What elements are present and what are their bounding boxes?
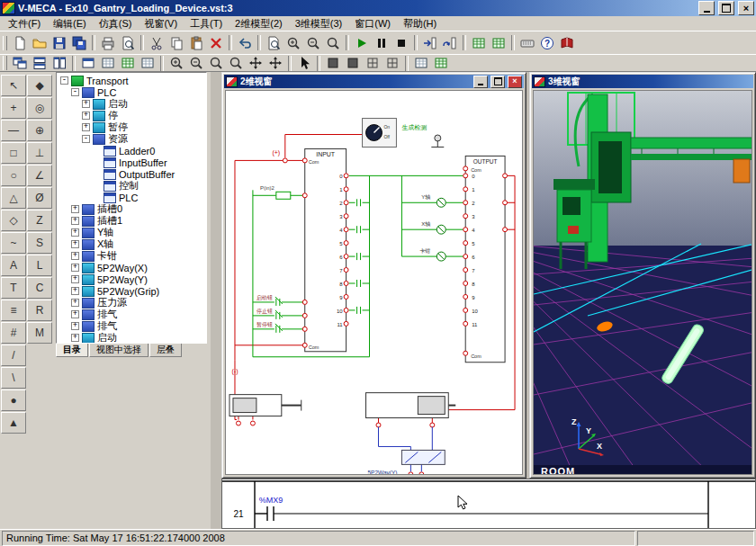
sheet-2-button[interactable] xyxy=(431,54,451,73)
stop-button[interactable] xyxy=(392,33,411,52)
expander-icon[interactable]: + xyxy=(71,264,79,272)
step-over-button[interactable] xyxy=(440,33,460,52)
menu-edit[interactable]: 编辑(E) xyxy=(47,16,93,31)
tool-solid[interactable]: ▲ xyxy=(1,412,26,434)
tree-item-inputbuffer[interactable]: InputBuffer xyxy=(57,157,206,168)
window-2d-view[interactable]: 2维视窗 × xyxy=(221,72,526,479)
tree-item-slot0[interactable]: + 插槽0 xyxy=(57,203,206,215)
tree-item-plc[interactable]: - PLC xyxy=(57,86,206,98)
paste-button[interactable] xyxy=(186,33,206,52)
tool-angle[interactable]: ∠ xyxy=(27,165,52,186)
io-grid-button[interactable] xyxy=(489,33,508,52)
tree-item-plc-leaf[interactable]: PLC xyxy=(57,192,206,203)
tool-perpendicular[interactable]: ⊥ xyxy=(27,142,52,164)
print-preview-button[interactable] xyxy=(118,33,138,52)
tool-spline[interactable]: S xyxy=(27,232,52,254)
expander-icon[interactable]: - xyxy=(60,76,68,85)
help-button[interactable] xyxy=(537,33,557,52)
tree-item-exhaust-2[interactable]: + 排气 xyxy=(57,320,206,332)
save-all-button[interactable] xyxy=(69,33,89,52)
save-button[interactable] xyxy=(50,33,69,52)
tool-ellipse[interactable]: ○ xyxy=(1,165,26,186)
tool-list[interactable]: ≡ xyxy=(1,300,26,321)
tool-target[interactable]: ◎ xyxy=(27,97,52,119)
window-2d-restore-button[interactable] xyxy=(490,76,505,88)
tree-item-5p2way-y[interactable]: + 5P2Way(Y) xyxy=(57,273,206,285)
copy-button[interactable] xyxy=(166,33,186,52)
expander-icon[interactable]: + xyxy=(71,217,79,225)
view-shaded-button[interactable] xyxy=(343,54,363,73)
step-into-button[interactable] xyxy=(420,33,440,52)
view-wireframe-button[interactable] xyxy=(363,54,382,73)
tab-catalog[interactable]: 目录 xyxy=(56,344,88,357)
zoom-out-button[interactable] xyxy=(303,33,323,52)
window-2d-titlebar[interactable]: 2维视窗 × xyxy=(224,75,524,88)
window-3d-view[interactable]: 3维视窗 xyxy=(529,72,756,479)
tab-select-in-view[interactable]: 视图中选择 xyxy=(89,344,148,357)
pause-button[interactable] xyxy=(372,33,392,52)
viewport-3d[interactable]: Z Y X ROOM xyxy=(534,91,752,475)
maximize-button[interactable] xyxy=(718,1,734,15)
window-2d-minimize-button[interactable] xyxy=(473,76,488,88)
view-solid-button[interactable] xyxy=(323,54,343,73)
tree-item-start-2[interactable]: + 启动 xyxy=(57,332,206,344)
tool-measure[interactable]: M xyxy=(27,322,52,344)
tool-triangle[interactable]: △ xyxy=(1,187,26,209)
expander-icon[interactable]: + xyxy=(71,205,79,213)
tool-hatch[interactable]: # xyxy=(1,322,26,344)
zoom-fit-button[interactable] xyxy=(323,33,343,52)
window-3d-titlebar[interactable]: 3维视窗 xyxy=(532,75,753,88)
grid-view-2-button[interactable] xyxy=(98,54,118,73)
menu-3d-model[interactable]: 3维模型(3) xyxy=(289,16,349,31)
tool-label[interactable]: T xyxy=(1,277,26,299)
grid-view-3-button[interactable] xyxy=(118,54,138,73)
undo-button[interactable] xyxy=(235,33,255,52)
zoom-page-button[interactable] xyxy=(264,33,284,52)
manual-button[interactable] xyxy=(557,33,577,52)
close-button[interactable]: × xyxy=(738,1,754,15)
tree-item-start[interactable]: + 启动 xyxy=(57,98,206,110)
select-pointer-button[interactable] xyxy=(294,54,314,73)
zoom-in-button-2[interactable] xyxy=(166,54,186,73)
tree-item-resources[interactable]: - 资源 xyxy=(57,133,206,145)
tool-add[interactable]: + xyxy=(1,97,26,119)
zoom-window-button[interactable] xyxy=(206,54,226,73)
tree-item-x-axis[interactable]: + X轴 xyxy=(57,238,206,250)
grid-view-1-button[interactable] xyxy=(78,54,98,73)
delete-button[interactable] xyxy=(206,33,226,52)
tool-diamond[interactable]: ◇ xyxy=(1,210,26,231)
tool-backslash[interactable]: \ xyxy=(1,367,26,389)
zoom-out-button-2[interactable] xyxy=(186,54,206,73)
tree-item-transport[interactable]: - Transport xyxy=(57,75,206,86)
expander-icon[interactable]: + xyxy=(82,100,90,108)
titlebar[interactable]: V-MECA - Ex10_Gantry_Loading_Device.vst:… xyxy=(0,0,756,16)
tool-line[interactable]: — xyxy=(1,120,26,141)
tool-point[interactable]: ● xyxy=(1,389,26,411)
tree-item-y-axis[interactable]: + Y轴 xyxy=(57,227,206,238)
tool-slash[interactable]: / xyxy=(1,345,26,366)
tree-item-5p2way-x[interactable]: + 5P2Way(X) xyxy=(57,262,206,273)
menu-help[interactable]: 帮助(H) xyxy=(397,16,443,31)
tree-item-exhaust-1[interactable]: + 排气 xyxy=(57,309,206,320)
menu-view[interactable]: 视窗(V) xyxy=(138,16,184,31)
tree-item-gripper[interactable]: + 卡钳 xyxy=(57,250,206,262)
pan-button[interactable] xyxy=(246,54,266,73)
ladder-canvas[interactable]: 21 %MX9 xyxy=(222,479,755,528)
window-cascade-button[interactable] xyxy=(10,54,30,73)
tool-select[interactable]: ↖ xyxy=(1,75,26,96)
ladder-contact[interactable] xyxy=(255,506,708,521)
expander-icon[interactable]: + xyxy=(71,299,79,307)
expander-icon[interactable]: + xyxy=(71,252,79,260)
toolbar-grip[interactable] xyxy=(3,56,7,70)
grid-view-4-button[interactable] xyxy=(138,54,158,73)
tree-item-pressure-source[interactable]: + 压力源 xyxy=(57,297,206,309)
new-file-button[interactable] xyxy=(10,33,30,52)
tree-item-pause[interactable]: + 暂停 xyxy=(57,121,206,133)
tool-curve[interactable]: ~ xyxy=(1,232,26,254)
menu-simulate[interactable]: 仿真(S) xyxy=(93,16,139,31)
tool-text[interactable]: A xyxy=(1,255,26,276)
expander-icon[interactable]: + xyxy=(71,275,79,283)
open-file-button[interactable] xyxy=(30,33,50,52)
keyboard-button[interactable] xyxy=(518,33,537,52)
tool-arc[interactable]: C xyxy=(27,277,52,299)
